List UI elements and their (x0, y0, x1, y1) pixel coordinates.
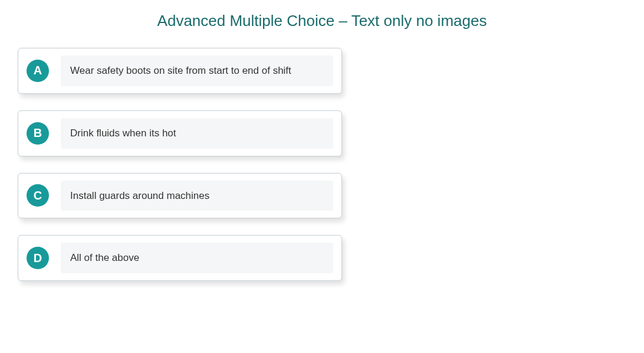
option-letter-badge: D (27, 247, 49, 269)
option-letter-badge: C (27, 184, 49, 207)
option-letter-badge: B (27, 122, 49, 145)
option-letter-badge: A (27, 60, 49, 82)
option-d[interactable]: D All of the above (18, 235, 342, 281)
option-c[interactable]: C Install guards around machines (18, 173, 342, 219)
option-text: Drink fluids when its hot (61, 118, 333, 149)
option-text: Install guards around machines (61, 181, 333, 211)
option-text: Wear safety boots on site from start to … (61, 55, 333, 86)
option-a[interactable]: A Wear safety boots on site from start t… (18, 48, 342, 94)
option-text: All of the above (61, 243, 333, 273)
option-b[interactable]: B Drink fluids when its hot (18, 110, 342, 156)
options-list: A Wear safety boots on site from start t… (18, 48, 342, 281)
page-title: Advanced Multiple Choice – Text only no … (18, 12, 626, 30)
